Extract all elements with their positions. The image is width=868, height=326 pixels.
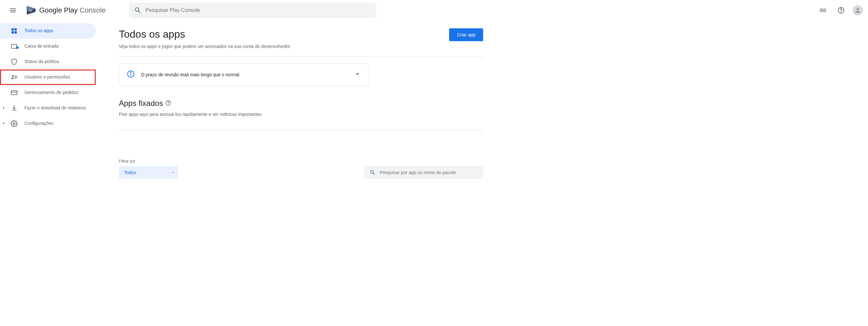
search-icon — [369, 169, 376, 176]
link-button[interactable] — [816, 4, 830, 17]
filter-label: Filtrar por — [119, 159, 178, 163]
dropdown-arrow-icon — [171, 170, 175, 174]
filter-group: Filtrar por Todos — [119, 159, 178, 179]
play-console-logo-icon — [26, 5, 37, 16]
info-icon — [127, 70, 134, 79]
svg-rect-8 — [11, 91, 17, 95]
svg-rect-2 — [11, 28, 14, 31]
sidebar-item-label: Status da política — [24, 59, 59, 65]
global-search[interactable] — [129, 3, 376, 18]
link-icon — [819, 6, 827, 14]
notice-message: O prazo de revisão está mais longo que o… — [141, 72, 347, 77]
user-avatar[interactable] — [852, 5, 863, 16]
page-header: Todos os apps Criar app — [119, 28, 483, 41]
logo-text: Google Play Console — [39, 6, 106, 15]
chevron-right-icon — [2, 121, 6, 127]
sidebar-item-inbox[interactable]: Caixa de entrada — [0, 38, 96, 54]
sidebar-item-all-apps[interactable]: Todos os apps — [0, 23, 96, 38]
apps-search-input[interactable] — [380, 170, 478, 175]
svg-rect-4 — [11, 31, 14, 33]
svg-rect-3 — [14, 28, 17, 31]
pinned-apps-title: Apps fixados — [119, 99, 483, 108]
create-app-button[interactable]: Criar app — [449, 28, 483, 41]
svg-point-10 — [13, 123, 15, 125]
sidebar-item-settings[interactable]: Configurações — [0, 116, 96, 131]
apps-grid-icon — [10, 27, 18, 35]
sidebar-item-label: Configurações — [24, 120, 53, 127]
apps-search[interactable] — [364, 166, 483, 179]
sidebar-item-users-permissions[interactable]: Usuários e permissões — [0, 70, 96, 85]
divider — [119, 57, 483, 57]
app-header: Google Play Console — [0, 0, 868, 21]
svg-point-15 — [168, 104, 169, 104]
chevron-right-icon — [2, 105, 6, 111]
help-button[interactable] — [835, 4, 847, 17]
inbox-icon — [10, 43, 18, 50]
filter-row: Filtrar por Todos — [119, 159, 483, 179]
sidebar-item-label: Usuários e permissões — [24, 74, 70, 80]
users-icon — [10, 73, 18, 81]
pinned-apps-subtitle: Fixe apps aqui para acessá-los rapidamen… — [119, 112, 483, 117]
sidebar-item-label: Caixa de entrada — [24, 43, 59, 50]
sidebar-item-policy-status[interactable]: Status da política — [0, 54, 96, 70]
hamburger-menu-button[interactable] — [5, 3, 21, 18]
sidebar-item-download-reports[interactable]: Fazer o download de relatórios — [0, 101, 96, 116]
global-search-input[interactable] — [146, 7, 371, 13]
menu-icon — [9, 6, 17, 14]
sidebar-item-label: Todos os apps — [24, 28, 53, 34]
sidebar-item-label: Fazer o download de relatórios — [24, 105, 86, 111]
shield-icon — [10, 58, 18, 66]
search-icon — [134, 6, 142, 14]
notice-card[interactable]: O prazo de revisão está mais longo que o… — [119, 63, 369, 86]
filter-dropdown[interactable]: Todos — [119, 166, 178, 179]
page-subtitle: Veja todos os apps e jogos que podem ser… — [119, 44, 483, 49]
divider — [119, 130, 483, 130]
chevron-down-icon[interactable] — [354, 70, 362, 79]
main-content: Todos os apps Criar app Veja todos os ap… — [98, 21, 493, 187]
svg-point-7 — [12, 75, 14, 77]
sidebar-item-order-management[interactable]: Gerenciamento de pedidos — [0, 85, 96, 101]
svg-point-13 — [130, 72, 131, 73]
logo[interactable]: Google Play Console — [26, 5, 106, 16]
payment-icon — [10, 89, 18, 97]
page-title: Todos os apps — [119, 28, 185, 40]
sidebar: Todos os apps Caixa de entrada Status da… — [0, 21, 98, 187]
gear-icon — [10, 120, 18, 128]
filter-value: Todos — [124, 170, 136, 175]
header-actions — [816, 4, 863, 17]
person-icon — [854, 6, 862, 14]
notification-badge — [16, 46, 19, 49]
help-outline-icon[interactable] — [165, 99, 171, 108]
sidebar-item-label: Gerenciamento de pedidos — [24, 89, 79, 96]
svg-rect-5 — [14, 31, 17, 33]
help-icon — [837, 6, 845, 14]
download-icon — [10, 104, 18, 112]
